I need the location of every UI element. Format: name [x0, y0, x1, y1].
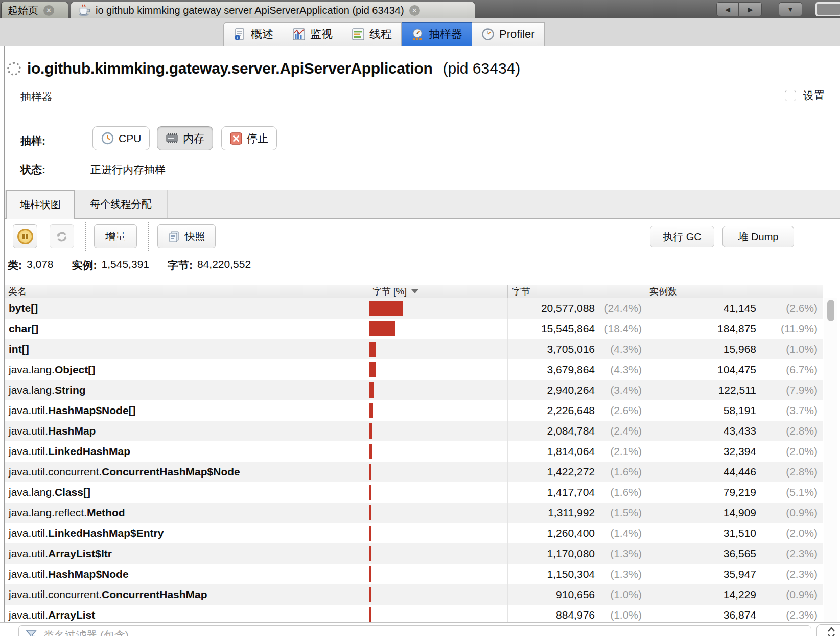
- bytes-cell: 1,422,272(1.6%): [507, 462, 645, 482]
- bytes-bar-cell: [368, 339, 507, 359]
- bytes-bar: [369, 485, 371, 500]
- bytes-bar-cell: [368, 462, 507, 482]
- table-row[interactable]: java.util.LinkedHashMap$Entry1,260,400(1…: [5, 523, 823, 543]
- class-filter-field[interactable]: [18, 625, 811, 636]
- bytes-cell: 1,170,080(1.3%): [507, 543, 645, 564]
- instances-cell: 58,191(3.7%): [645, 400, 823, 421]
- tab-profiler[interactable]: Profiler: [472, 22, 545, 46]
- overview-icon: i: [233, 28, 246, 41]
- tab-threads[interactable]: 线程: [342, 22, 402, 46]
- table-header: 类名 字节 [%] 字节 实例数: [5, 285, 823, 298]
- per-thread-alloc-tab-label: 每个线程分配: [90, 197, 152, 211]
- instances-cell: 14,909(0.9%): [645, 503, 823, 523]
- classes-label: 类:: [8, 258, 22, 272]
- column-header-bytes[interactable]: 字节: [507, 285, 645, 298]
- toolbar-separator: [148, 222, 149, 251]
- bytes-bar: [369, 546, 371, 561]
- settings-label: 设置: [803, 88, 825, 103]
- table-row[interactable]: int[]3,705,016(4.3%)15,968(1.0%): [5, 339, 823, 359]
- delta-toggle-button[interactable]: 增量: [94, 224, 137, 248]
- tab-monitor-label: 监视: [310, 27, 333, 42]
- snapshot-icon: [168, 231, 180, 243]
- sort-descending-icon: [411, 289, 418, 293]
- column-header-bytes-pct[interactable]: 字节 [%]: [368, 285, 507, 298]
- bytes-cell: 2,940,264(3.4%): [507, 380, 645, 400]
- scrollbar-thumb[interactable]: [827, 300, 834, 321]
- java-cup-icon: [77, 4, 90, 17]
- table-row[interactable]: java.lang.String2,940,264(3.4%)122,511(7…: [5, 380, 823, 400]
- tab-overview[interactable]: i 概述: [223, 22, 283, 46]
- memory-sample-button[interactable]: 内存: [157, 126, 213, 150]
- window-tab-application[interactable]: io github kimmking gateway server ApiSer…: [71, 2, 475, 18]
- class-filter-input[interactable]: [43, 629, 805, 636]
- instances-cell: 122,511(7.9%): [645, 380, 823, 400]
- bytes-bar-cell: [368, 482, 507, 503]
- status-value: 正进行内存抽样: [90, 163, 166, 177]
- perform-gc-button[interactable]: 执行 GC: [650, 226, 714, 247]
- table-row[interactable]: java.util.HashMap$Node[]2,226,648(2.6%)5…: [5, 400, 823, 421]
- vertical-scrollbar[interactable]: [824, 298, 837, 622]
- section-divider: [5, 86, 840, 86]
- cpu-sample-button[interactable]: CPU: [92, 126, 150, 150]
- class-name-cell: java.lang.Class[]: [5, 482, 368, 503]
- class-name-cell: java.util.concurrent.ConcurrentHashMap: [5, 584, 368, 605]
- tab-list-dropdown-button[interactable]: ▼: [779, 2, 802, 16]
- bytes-cell: 910,656(1.0%): [507, 584, 645, 605]
- tab-monitor[interactable]: 监视: [283, 22, 342, 46]
- snapshot-button-label: 快照: [185, 230, 205, 243]
- sampler-section-title: 抽样器: [20, 89, 53, 104]
- close-icon[interactable]: ✕: [409, 5, 420, 16]
- snapshot-button[interactable]: 快照: [157, 224, 216, 248]
- column-header-instances[interactable]: 实例数: [645, 285, 823, 298]
- table-row[interactable]: java.util.HashMap$Node1,150,304(1.3%)35,…: [5, 564, 823, 584]
- heap-summary: 类:3,078 实例:1,545,391 字节:84,220,552: [8, 258, 251, 272]
- cpu-button-label: CPU: [119, 132, 141, 145]
- heap-dump-button[interactable]: 堆 Dump: [722, 226, 794, 247]
- memory-button-label: 内存: [183, 131, 204, 146]
- scroll-tabs-left-button[interactable]: ◀: [716, 2, 739, 16]
- start-page-tab-label: 起始页: [8, 4, 38, 17]
- column-header-class-name[interactable]: 类名: [5, 285, 368, 298]
- bytes-bar: [369, 607, 371, 623]
- bytes-bar: [369, 321, 395, 336]
- table-row[interactable]: char[]15,545,864(18.4%)184,875(11.9%): [5, 319, 823, 339]
- stop-button[interactable]: 停止: [221, 126, 277, 150]
- result-tab-strip: 堆柱状图 每个线程分配: [5, 190, 840, 219]
- settings-checkbox[interactable]: [785, 90, 796, 101]
- maximize-button[interactable]: [815, 2, 840, 16]
- table-row[interactable]: java.util.LinkedHashMap1,814,064(2.1%)32…: [5, 441, 823, 462]
- refresh-button[interactable]: [50, 224, 74, 248]
- progress-spinner-icon: [7, 62, 21, 76]
- window-tab-start-page[interactable]: 起始页 ✕: [1, 2, 68, 18]
- instances-cell: 43,433(2.8%): [645, 421, 823, 441]
- close-icon[interactable]: ✕: [43, 5, 54, 16]
- table-row[interactable]: java.util.ArrayList$Itr1,170,080(1.3%)36…: [5, 543, 823, 564]
- table-row[interactable]: java.lang.reflect.Method1,311,992(1.5%)1…: [5, 503, 823, 523]
- table-row[interactable]: java.util.concurrent.ConcurrentHashMap$N…: [5, 462, 823, 482]
- tab-threads-label: 线程: [369, 27, 392, 42]
- tab-sampler[interactable]: 抽样器: [402, 22, 472, 46]
- table-row[interactable]: java.util.concurrent.ConcurrentHashMap91…: [5, 584, 823, 605]
- class-name-cell: int[]: [5, 339, 368, 359]
- table-row[interactable]: java.lang.Object[]3,679,864(4.3%)104,475…: [5, 359, 823, 380]
- tab-per-thread-alloc[interactable]: 每个线程分配: [75, 190, 168, 218]
- filter-options-spinner[interactable]: [816, 624, 840, 636]
- table-row[interactable]: java.lang.Class[]1,417,704(1.6%)79,219(5…: [5, 482, 823, 503]
- bytes-cell: 1,150,304(1.3%): [507, 564, 645, 584]
- pause-button[interactable]: [13, 224, 37, 248]
- bytes-bar-cell: [368, 380, 507, 400]
- bytes-bar-cell: [368, 298, 507, 319]
- bytes-bar: [369, 382, 374, 398]
- threads-icon: [352, 28, 365, 41]
- table-row[interactable]: java.util.HashMap2,084,784(2.4%)43,433(2…: [5, 421, 823, 441]
- class-name-cell: java.util.concurrent.ConcurrentHashMap$N…: [5, 462, 368, 482]
- bytes-bar-cell: [368, 400, 507, 421]
- scroll-tabs-right-button[interactable]: ▶: [739, 2, 762, 16]
- status-label: 状态:: [20, 163, 45, 177]
- table-row[interactable]: byte[]20,577,088(24.4%)41,145(2.6%): [5, 298, 823, 319]
- tab-heap-histogram[interactable]: 堆柱状图: [6, 190, 75, 219]
- bytes-bar: [369, 505, 371, 520]
- chevron-down-icon: [826, 633, 836, 636]
- instances-cell: 104,475(6.7%): [645, 359, 823, 380]
- instances-cell: 41,145(2.6%): [645, 298, 823, 319]
